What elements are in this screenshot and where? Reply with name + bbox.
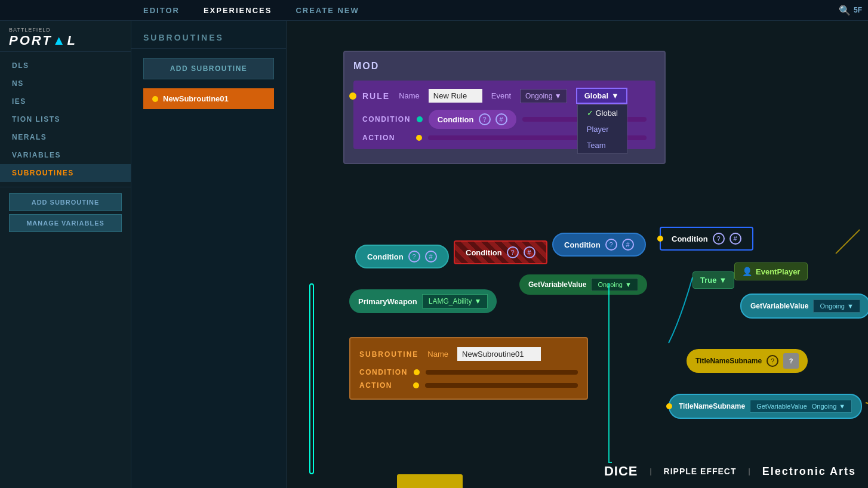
sidebar-add-subroutine-btn[interactable]: ADD SUBROUTINE — [9, 193, 122, 211]
dropdown-item-global[interactable]: Global — [578, 105, 627, 121]
search-shortcut: 5F — [854, 6, 862, 14]
condition-connector-dot — [657, 236, 663, 242]
condition-label: CONDITION — [362, 115, 411, 123]
nav-create-new[interactable]: CREATE NEW — [296, 6, 359, 15]
subroutine-node-label: SUBROUTINE — [359, 350, 418, 359]
title-name-text-2: TitleNameSubname — [679, 402, 745, 410]
float-cond-hash-2[interactable]: # — [524, 246, 535, 258]
svg-line-0 — [836, 230, 860, 254]
condition-hash-icon[interactable]: # — [495, 113, 507, 125]
condition-help-icon[interactable]: ? — [479, 113, 491, 125]
panel-header: SUBROUTINES — [131, 21, 286, 49]
subroutine-action-bar — [425, 383, 578, 388]
title-name-text-1: TitleNameSubname — [695, 357, 762, 365]
dice-logo: DICE — [604, 464, 638, 479]
rule-connector-dot — [349, 92, 356, 100]
float-cond-help-3[interactable]: ? — [605, 239, 617, 251]
subroutine-name-label: Name — [427, 350, 448, 359]
subroutine-node: SUBROUTINE Name CONDITION ACTION — [349, 337, 588, 400]
float-condition-blue[interactable]: Condition ? # — [552, 233, 646, 257]
subroutine-name-input[interactable] — [457, 347, 541, 361]
float-cond-help-4[interactable]: ? — [713, 233, 725, 245]
subroutine-condition-row: CONDITION — [359, 368, 578, 376]
condition-chip-text: Condition — [438, 115, 474, 124]
nav-dls[interactable]: DLS — [0, 57, 131, 75]
nav-items: EDITOR EXPERIENCES CREATE NEW — [0, 6, 359, 15]
primary-weapon-text: PrimaryWeapon — [358, 297, 417, 306]
nav-variables[interactable]: VARIABLES — [0, 146, 131, 164]
action-label: ACTION — [362, 134, 410, 142]
get-var-ongoing-right[interactable]: GetVariableValue Ongoing ▼ — [740, 294, 868, 319]
true-btn[interactable]: True ▼ — [692, 271, 734, 289]
float-condition-outline[interactable]: Condition ? # — [660, 227, 753, 251]
canvas: MOD RULE Name Event Ongoing ▼ Global ▼ G… — [287, 21, 868, 488]
condition-chip[interactable]: Condition ? # — [429, 110, 516, 129]
logo-portal: PORT▲L — [9, 33, 122, 48]
float-condition-teal[interactable]: Condition ? # — [355, 245, 449, 268]
logo-area: BATTLEFIELD PORT▲L — [0, 21, 131, 52]
rule-name-input[interactable] — [429, 89, 482, 103]
bottom-logos: DICE | RIPPLE EFFECT | Electronic Arts — [604, 464, 856, 479]
subroutine-cond-dot — [414, 369, 420, 375]
cyan-border-left — [309, 283, 314, 474]
rule-header: RULE Name Event Ongoing ▼ Global ▼ Globa… — [362, 88, 647, 104]
subroutine-list-item[interactable]: NewSubroutine01 — [143, 88, 274, 109]
global-dropdown-container: Global ▼ Global Player Team — [576, 88, 627, 104]
dropdown-item-team[interactable]: Team — [578, 137, 627, 153]
ripple-logo: RIPPLE EFFECT — [664, 467, 737, 476]
event-label: Event — [491, 91, 511, 100]
logo-bf: BATTLEFIELD — [9, 27, 122, 33]
nav-subroutines[interactable]: SUBROUTINES — [0, 164, 131, 182]
float-cond-hash-4[interactable]: # — [730, 233, 741, 245]
subroutine-header: SUBROUTINE Name — [359, 347, 578, 361]
rule-block: RULE Name Event Ongoing ▼ Global ▼ Globa… — [353, 81, 655, 149]
float-cond-hash-3[interactable]: # — [622, 239, 634, 251]
nav-editor[interactable]: EDITOR — [143, 6, 180, 15]
get-var-text: GetVariableValue — [528, 280, 586, 289]
subroutines-panel: SUBROUTINES ADD SUBROUTINE NewSubroutine… — [131, 21, 287, 488]
nav-section: DLS NS IES TION LISTS NERALS VARIABLES S… — [0, 52, 131, 187]
event-dropdown[interactable]: Ongoing ▼ — [520, 89, 567, 103]
sub-dot-icon — [152, 96, 158, 102]
subroutine-action-label: ACTION — [359, 381, 407, 390]
dropdown-item-player[interactable]: Player — [578, 121, 627, 137]
nav-ies[interactable]: IES — [0, 92, 131, 110]
nav-experiences[interactable]: EXPERIENCES — [204, 6, 272, 15]
subroutine-item-label: NewSubroutine01 — [163, 94, 229, 103]
search-icon[interactable]: 🔍 — [839, 5, 851, 16]
float-cond-help-2[interactable]: ? — [507, 246, 519, 258]
ea-logo: Electronic Arts — [762, 465, 856, 478]
add-subroutine-btn[interactable]: ADD SUBROUTINE — [143, 58, 274, 79]
condition-connector — [417, 116, 423, 122]
primary-weapon-block[interactable]: PrimaryWeapon LAMG_Ability ▼ — [349, 289, 497, 313]
float-cond-hash-1[interactable]: # — [425, 251, 437, 262]
logo-separator-2: | — [749, 467, 750, 475]
sidebar-manage-variables-btn[interactable]: MANAGE VARIABLES — [9, 214, 122, 232]
get-var-ongoing-text: GetVariableValue — [750, 302, 808, 310]
mod-block: MOD RULE Name Event Ongoing ▼ Global ▼ G… — [343, 51, 666, 164]
ongoing-right-dropdown[interactable]: Ongoing ▼ — [813, 299, 860, 313]
sidebar: BATTLEFIELD PORT▲L DLS NS IES TION LISTS… — [0, 21, 131, 488]
float-cond-text-4: Condition — [672, 234, 708, 243]
title-name-help-icon[interactable]: ? — [767, 355, 778, 367]
global-dropdown-btn[interactable]: Global ▼ — [576, 88, 627, 104]
title-name-block-1[interactable]: TitleNameSubname ? ? — [687, 349, 808, 373]
float-cond-text-2: Condition — [466, 248, 502, 257]
global-dropdown-menu: Global Player Team — [577, 104, 627, 154]
ongoing-dropdown[interactable]: Ongoing ▼ — [591, 278, 638, 291]
title-name-edit-btn[interactable]: ? — [783, 353, 799, 369]
nav-tion-lists[interactable]: TION LISTS — [0, 110, 131, 128]
event-player-btn[interactable]: 👤 EventPlayer — [734, 262, 808, 280]
lamg-dropdown[interactable]: LAMG_Ability ▼ — [422, 294, 488, 308]
subroutine-action-row: ACTION — [359, 381, 578, 390]
subroutine-action-dot — [413, 382, 419, 388]
float-condition-red[interactable]: Condition ? # — [454, 240, 547, 264]
get-var-bottom-block[interactable]: TitleNameSubname GetVariableValue Ongoin… — [669, 394, 862, 419]
nav-nerals[interactable]: NERALS — [0, 128, 131, 146]
get-var-block[interactable]: GetVariableValue Ongoing ▼ — [519, 274, 647, 295]
float-cond-help-1[interactable]: ? — [408, 251, 420, 262]
sidebar-bottom: ADD SUBROUTINE MANAGE VARIABLES — [0, 193, 131, 232]
subroutine-cond-bar — [426, 370, 578, 375]
nav-ns[interactable]: NS — [0, 75, 131, 92]
get-var-ongoing-dropdown[interactable]: GetVariableValue Ongoing ▼ — [750, 400, 852, 413]
